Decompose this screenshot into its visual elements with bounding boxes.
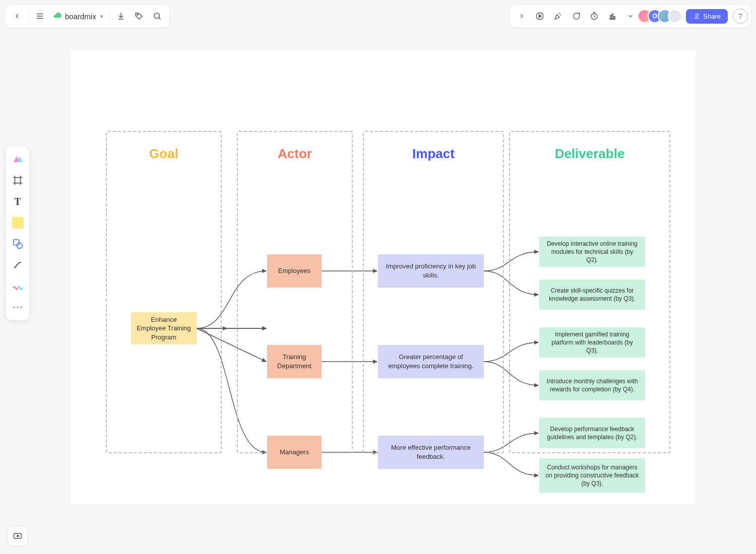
svg-point-23 [20, 306, 22, 308]
chart-button[interactable] [603, 7, 621, 25]
frame-tool[interactable] [9, 171, 27, 189]
node-deliverable-4[interactable]: Introduce monthly challenges with reward… [539, 370, 645, 400]
expand-panel-button[interactable] [513, 7, 531, 25]
share-button[interactable]: Share [686, 9, 728, 24]
column-title-goal: Goal [107, 146, 221, 162]
svg-marker-25 [17, 535, 19, 537]
canvas[interactable]: Goal Actor Impact Deliverable Enhance Em… [71, 50, 696, 504]
node-actor-managers[interactable]: Managers [267, 436, 322, 469]
svg-point-4 [154, 13, 160, 19]
more-tools[interactable] [9, 298, 27, 316]
node-actor-employees[interactable]: Employees [267, 254, 322, 288]
column-actor[interactable]: Actor [237, 131, 353, 453]
svg-rect-12 [614, 17, 615, 19]
node-deliverable-3[interactable]: Implement gamified training platform wit… [539, 327, 645, 358]
svg-line-5 [159, 18, 161, 20]
separator [109, 10, 110, 22]
column-impact[interactable]: Impact [363, 131, 504, 453]
celebrate-button[interactable] [549, 7, 567, 25]
cloud-icon [53, 11, 62, 22]
topbar-left: boardmix ▾ [5, 5, 169, 27]
comment-button[interactable] [567, 7, 585, 25]
node-deliverable-5[interactable]: Develop performance feedback guidelines … [539, 418, 645, 448]
sticky-note-icon [12, 217, 23, 228]
left-toolbar: T [6, 146, 29, 320]
menu-button[interactable] [31, 7, 49, 25]
svg-point-20 [17, 243, 22, 248]
avatar[interactable] [668, 9, 682, 23]
tag-button[interactable] [130, 7, 148, 25]
sticky-note-tool[interactable] [9, 214, 27, 232]
svg-marker-7 [539, 15, 542, 18]
column-title-impact: Impact [364, 146, 503, 162]
share-label: Share [703, 13, 721, 20]
topbar-right: O Share ? [510, 5, 751, 27]
column-goal[interactable]: Goal [106, 131, 222, 453]
column-title-actor: Actor [238, 146, 352, 162]
brand-label: boardmix [65, 12, 96, 21]
more-tools-button[interactable] [621, 7, 640, 25]
timer-button[interactable] [585, 7, 603, 25]
top-bar: boardmix ▾ [5, 5, 751, 27]
shape-tool[interactable] [9, 235, 27, 253]
pen-tool[interactable] [9, 277, 27, 295]
svg-rect-19 [14, 240, 19, 245]
column-title-deliverable: Deliverable [510, 146, 669, 162]
node-deliverable-1[interactable]: Develop interactive online training modu… [539, 237, 645, 267]
node-actor-training-dept[interactable]: Training Department [267, 345, 322, 378]
svg-point-3 [137, 14, 138, 15]
collaborator-avatars[interactable]: O [642, 9, 682, 23]
help-button[interactable]: ? [733, 9, 748, 24]
node-impact-2[interactable]: Greater percentage of employees complete… [378, 345, 484, 378]
search-button[interactable] [148, 7, 166, 25]
node-deliverable-2[interactable]: Create skill-specific quizzes for knowle… [539, 280, 645, 310]
svg-point-22 [17, 306, 18, 308]
chevron-down-icon: ▾ [100, 13, 103, 20]
svg-rect-11 [612, 14, 613, 20]
node-deliverable-6[interactable]: Conduct workshops for managers on provid… [539, 458, 645, 493]
svg-rect-10 [610, 16, 611, 20]
node-goal[interactable]: Enhance Employee Training Program [131, 312, 197, 344]
presentation-button[interactable] [8, 527, 27, 546]
connector-tool[interactable] [9, 256, 27, 274]
select-tool[interactable] [9, 150, 27, 168]
node-impact-1[interactable]: Improved proficiency in key job skills. [378, 254, 484, 288]
play-button[interactable] [531, 7, 549, 25]
text-tool[interactable]: T [9, 192, 27, 211]
separator [28, 10, 29, 22]
svg-point-21 [13, 306, 15, 308]
back-button[interactable] [8, 7, 26, 25]
download-button[interactable] [112, 7, 130, 25]
node-impact-3[interactable]: More effective performance feedback. [378, 436, 484, 469]
document-title-dropdown[interactable]: boardmix ▾ [49, 11, 107, 22]
